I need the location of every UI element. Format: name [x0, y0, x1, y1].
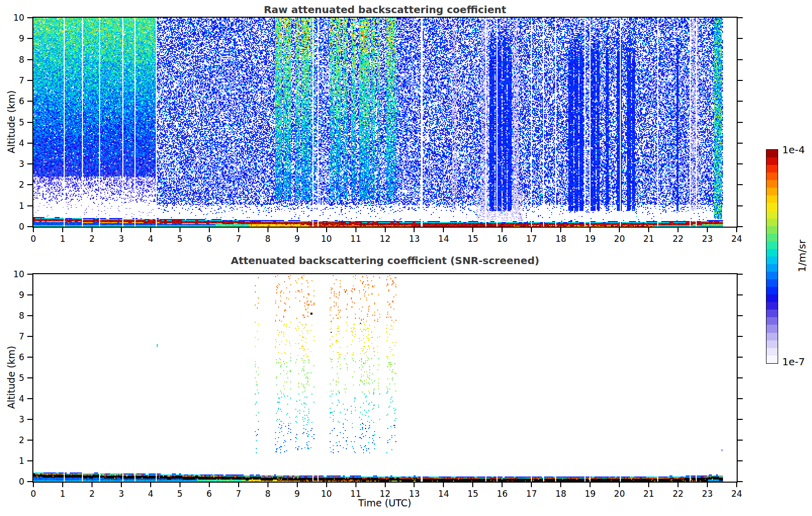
- x-tick-label: 4: [148, 489, 153, 499]
- x-tick-mark: [648, 483, 649, 487]
- x-tick-label: 18: [555, 234, 566, 244]
- y-tick-mark: [27, 315, 32, 316]
- y-tick-mark: [27, 143, 32, 144]
- y-tick-mark: [27, 80, 32, 81]
- y-tick-label: 2: [2, 435, 24, 445]
- x-tick-label: 3: [118, 234, 124, 244]
- x-tick-label: 17: [526, 234, 537, 244]
- y-tick-mark: [27, 17, 32, 18]
- y-tick-mark-right: [738, 336, 743, 337]
- x-tick-label: 16: [497, 489, 508, 499]
- x-tick-label: 12: [380, 489, 391, 499]
- x-tick-mark: [736, 483, 737, 487]
- x-tick-mark: [678, 483, 679, 487]
- y-tick-mark-right: [738, 294, 743, 295]
- x-tick-label: 5: [177, 234, 183, 244]
- y-tick-mark: [27, 274, 32, 275]
- y-tick-label: 7: [2, 75, 24, 85]
- y-tick-mark: [27, 419, 32, 420]
- x-tick-mark: [385, 483, 386, 487]
- y-tick-label: 0: [2, 222, 24, 232]
- y-tick-label: 4: [2, 138, 24, 148]
- x-tick-mark: [707, 228, 708, 232]
- x-tick-label: 15: [468, 234, 479, 244]
- x-tick-mark: [238, 483, 239, 487]
- y-tick-label: 6: [2, 352, 24, 362]
- y-tick-mark: [27, 101, 32, 102]
- x-tick-label: 0: [31, 234, 36, 244]
- x-tick-mark: [62, 228, 63, 232]
- y-tick-label: 3: [2, 414, 24, 424]
- x-tick-mark: [619, 483, 620, 487]
- x-tick-mark: [150, 228, 151, 232]
- x-tick-mark: [560, 483, 561, 487]
- y-tick-mark-right: [738, 440, 743, 441]
- y-tick-label: 1: [2, 456, 24, 466]
- x-tick-label: 4: [148, 234, 153, 244]
- x-tick-label: 24: [731, 489, 742, 499]
- y-tick-label: 10: [2, 13, 24, 23]
- colorbar-step: [766, 234, 778, 241]
- y-tick-mark-right: [738, 184, 743, 185]
- x-tick-label: 21: [643, 489, 654, 499]
- y-tick-label: 5: [2, 117, 24, 127]
- x-tick-mark: [648, 228, 649, 232]
- x-tick-mark: [355, 483, 356, 487]
- colorbar-step: [766, 272, 778, 279]
- colorbar-step: [766, 165, 778, 173]
- colorbar-step: [766, 279, 778, 287]
- x-tick-mark: [326, 228, 327, 232]
- y-tick-mark: [27, 357, 32, 358]
- colorbar-step: [766, 302, 778, 310]
- colorbar-step: [766, 340, 778, 348]
- y-tick-label: 0: [2, 477, 24, 487]
- colorbar-step: [766, 150, 778, 157]
- y-tick-mark-right: [738, 80, 743, 81]
- bottom-panel-title: Attenuated backscattering coefficient (S…: [33, 254, 737, 267]
- colorbar-step: [766, 325, 778, 332]
- x-tick-label: 18: [555, 489, 566, 499]
- x-tick-label: 10: [321, 489, 332, 499]
- colorbar-step: [766, 264, 778, 272]
- x-tick-mark: [267, 483, 268, 487]
- colorbar-step: [766, 219, 778, 226]
- x-tick-mark: [443, 228, 444, 232]
- y-tick-mark: [27, 163, 32, 164]
- x-tick-label: 19: [584, 234, 596, 244]
- colorbar-step: [766, 203, 778, 210]
- x-tick-label: 9: [294, 489, 300, 499]
- colorbar: [766, 149, 778, 364]
- y-tick-label: 9: [2, 290, 24, 300]
- colorbar-min-label: 1e-7: [782, 356, 805, 368]
- y-tick-mark: [27, 398, 32, 399]
- x-tick-mark: [267, 228, 268, 232]
- x-tick-mark: [326, 483, 327, 487]
- colorbar-step: [766, 294, 778, 302]
- time-axis-label: Time (UTC): [358, 497, 411, 508]
- y-tick-label: 6: [2, 96, 24, 106]
- x-tick-label: 5: [177, 489, 183, 499]
- colorbar-step: [766, 173, 778, 180]
- y-tick-mark: [27, 481, 32, 482]
- colorbar-step: [766, 249, 778, 256]
- x-tick-label: 7: [236, 489, 241, 499]
- x-tick-mark: [472, 228, 473, 232]
- x-tick-mark: [238, 228, 239, 232]
- x-tick-label: 19: [584, 489, 596, 499]
- x-tick-mark: [443, 483, 444, 487]
- x-tick-label: 2: [89, 489, 95, 499]
- y-tick-mark: [27, 377, 32, 378]
- x-tick-label: 17: [526, 489, 537, 499]
- y-tick-mark: [27, 460, 32, 461]
- x-tick-mark: [472, 483, 473, 487]
- x-tick-label: 8: [265, 489, 270, 499]
- colorbar-step: [766, 287, 778, 294]
- colorbar-step: [766, 211, 778, 219]
- bottom-panel-heatmap: [33, 274, 737, 482]
- x-tick-mark: [531, 483, 532, 487]
- x-tick-mark: [209, 228, 210, 232]
- x-tick-mark: [355, 228, 356, 232]
- x-tick-label: 2: [89, 234, 95, 244]
- y-tick-label: 5: [2, 373, 24, 383]
- colorbar-gradient: [766, 150, 778, 363]
